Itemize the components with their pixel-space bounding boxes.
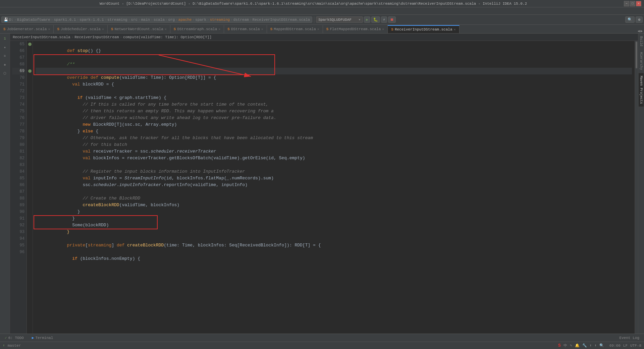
line-num-78: 78 — [12, 128, 24, 135]
tab-receiver-input-dstream[interactable]: S ReceiverInputDStream.scala ✕ — [388, 25, 459, 33]
tabs-scroll-left[interactable]: ◀ — [638, 29, 640, 33]
cursor-position: 69:60 — [609, 344, 621, 348]
tab-dstream[interactable]: S DStream.scala ✕ — [224, 25, 267, 33]
code-line-75: // driver failure without any write ahea… — [36, 108, 632, 115]
tab-network-word-count[interactable]: S NetworkWordCount.scala ✕ — [108, 25, 170, 33]
line-num-70: 70 — [12, 74, 24, 81]
code-line-81: val blockInfos = receiverTracker.getBloc… — [36, 148, 632, 155]
line-num-84: 84 — [12, 168, 24, 175]
tab-icon-mapped-dstream: S — [270, 27, 273, 31]
tab-close-job-generator[interactable]: ✕ — [48, 27, 50, 31]
code-content[interactable]: def stop() {} /** * Generates RDDs with … — [33, 41, 635, 334]
bc-method[interactable]: compute(validTime: Time): Option[RDD[T]] — [123, 35, 212, 39]
todo-label: 6: TODO — [8, 336, 24, 340]
tab-label-dstream: DStream.scala — [231, 27, 260, 31]
tab-job-scheduler[interactable]: S JobScheduler.scala ✕ — [54, 25, 107, 33]
run-config-dropdown-icon: ▾ — [359, 17, 361, 22]
bottom-event-log[interactable]: Event Log — [616, 335, 643, 341]
tab-close-job-scheduler[interactable]: ✕ — [102, 27, 104, 31]
tab-dstream-graph[interactable]: S DStreamGraph.scala ✕ — [170, 25, 224, 33]
tabs-scroll-right[interactable]: ▶ — [640, 29, 643, 33]
bottom-tabs: ✓ 6: TODO ▶ Terminal Event Log — [0, 334, 644, 342]
bottom-tab-todo[interactable]: ✓ 6: TODO — [1, 335, 27, 341]
tab-close-dstream[interactable]: ✕ — [261, 27, 263, 31]
line-num-74: 74 — [12, 101, 24, 108]
maximize-button[interactable]: □ — [630, 1, 635, 6]
code-line-87: // Create the BlockRDD — [36, 188, 632, 195]
far-right-tab-build[interactable]: Build — [639, 34, 644, 49]
tab-close-network-word-count[interactable]: ✕ — [165, 27, 167, 31]
arrow-down-icon: ⬇ — [594, 343, 597, 348]
gutter-94 — [27, 235, 33, 242]
stop-button[interactable]: ⏹ — [388, 16, 396, 23]
bc-file[interactable]: ReceiverInputDStream.scala — [13, 35, 70, 39]
sidebar-icon-1[interactable]: 1 — [1, 35, 9, 42]
line-num-89: 89 — [12, 202, 24, 209]
gutter-86 — [27, 182, 33, 188]
tab-close-dstream-graph[interactable]: ✕ — [218, 27, 220, 31]
run-icon-69[interactable] — [28, 69, 32, 73]
gutter-70 — [27, 74, 33, 81]
code-line-71 — [36, 81, 632, 88]
code-line-66 — [36, 48, 632, 54]
run-button[interactable]: ▶ — [364, 16, 370, 23]
bottom-tab-terminal[interactable]: ▶ Terminal — [29, 335, 56, 341]
gutter-77 — [27, 121, 33, 128]
line-num-66: 66 — [12, 48, 24, 54]
line-num-90: 90 — [12, 209, 24, 215]
bc-class[interactable]: ReceiverInputDStream — [74, 35, 119, 39]
minimize-button[interactable]: − — [624, 1, 629, 6]
sidebar-icon-structure[interactable]: ≡ — [1, 52, 9, 60]
gutter-71 — [27, 81, 33, 88]
sidebar-icon-4[interactable]: ◈ — [1, 61, 9, 68]
tab-icon-dstream-graph: S — [174, 27, 176, 31]
far-right-tab-hierarchy[interactable]: Hierarchy — [639, 49, 644, 73]
sidebar-icon-favorites[interactable]: ★ — [1, 44, 9, 51]
tab-mapped-dstream[interactable]: S MappedDStream.scala ✕ — [267, 25, 323, 33]
window-controls: − □ ✕ — [624, 1, 641, 6]
run-config-selector[interactable]: SparkSQLUDFUDAF ▾ — [316, 16, 363, 23]
gutter-82 — [27, 155, 33, 162]
line-num-76: 76 — [12, 115, 24, 121]
tab-flatmapped-dstream[interactable]: S FlatMappedDStream.scala ✕ — [323, 25, 388, 33]
line-num-69: 69 — [12, 68, 24, 74]
statusbar-left: ⬆ master — [3, 343, 21, 348]
settings-button[interactable]: ⚙ — [636, 16, 643, 23]
line-num-83: 83 — [12, 162, 24, 168]
far-right-panel: Build Hierarchy Maven Projects — [638, 34, 644, 334]
gutter-69 — [27, 68, 33, 74]
toolbar-project-path[interactable]: 💾 D: › BigDataSoftware › spark1.6.1 › sp… — [1, 16, 312, 23]
far-right-tab-maven[interactable]: Maven Projects — [639, 73, 644, 107]
gutter-85 — [27, 175, 33, 182]
tab-close-flatmapped-dstream[interactable]: ✕ — [382, 27, 384, 31]
vertical-scrollbar[interactable] — [635, 41, 638, 334]
search-everywhere-button[interactable]: 🔍 — [625, 16, 635, 23]
code-line-83: // Register the input blocks information… — [36, 162, 632, 168]
gutter-68 — [27, 61, 33, 68]
tab-close-mapped-dstream[interactable]: ✕ — [317, 27, 319, 31]
line-num-94: 94 — [12, 235, 24, 242]
debug-button[interactable]: 🐛 — [371, 16, 380, 23]
tab-close-receiver-input-dstream[interactable]: ✕ — [454, 27, 456, 32]
sidebar-icon-5[interactable]: ⬡ — [1, 70, 9, 77]
close-button[interactable]: ✕ — [636, 1, 641, 6]
tab-label-mapped-dstream: MappedDStream.scala — [274, 27, 316, 31]
gutter-92 — [27, 222, 33, 229]
gutter-96 — [27, 249, 33, 255]
gutter-76 — [27, 115, 33, 121]
code-line-69: override def compute(validTime: Time): O… — [36, 68, 632, 74]
terminal-icon: ▶ — [32, 336, 34, 340]
gutter-72 — [27, 88, 33, 95]
gutter-91 — [27, 215, 33, 222]
profile-button[interactable]: ⚡ — [381, 16, 387, 23]
run-icon-65[interactable] — [28, 43, 32, 46]
line-num-80: 80 — [12, 141, 24, 148]
scrollbar-thumb[interactable] — [636, 42, 637, 68]
code-line-92: } — [36, 222, 632, 229]
gutter — [27, 41, 33, 334]
code-line-70: val blockRDD = { — [36, 74, 632, 81]
code-line-67: /** — [36, 54, 632, 61]
code-line-68: * Generates RDDs with blocks received by… — [36, 61, 632, 68]
line-num-82: 82 — [12, 155, 24, 162]
tab-job-generator[interactable]: S JobGenerator.scala ✕ — [0, 25, 54, 33]
